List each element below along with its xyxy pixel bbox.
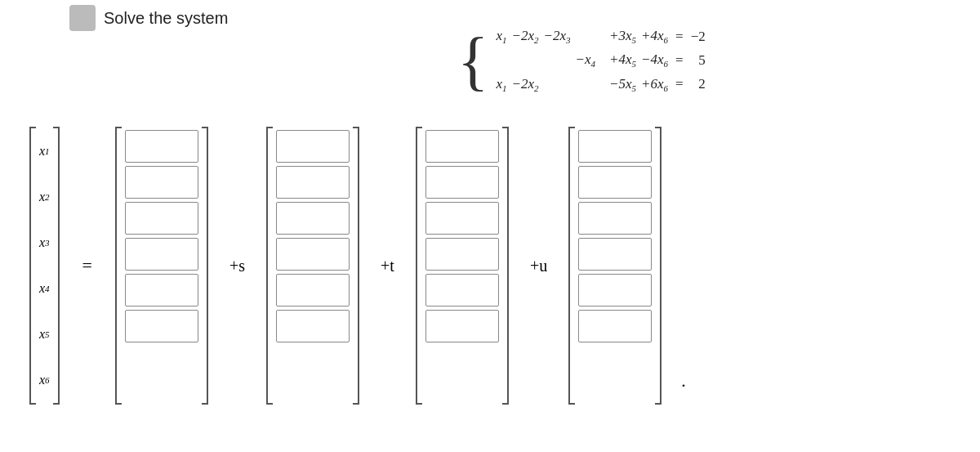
operator-s: +s bbox=[223, 257, 252, 275]
eq1-term4 bbox=[573, 25, 608, 48]
col4-bracket-left bbox=[564, 127, 575, 405]
eq3-blank4 bbox=[573, 73, 608, 96]
matrix-col3-wrap bbox=[411, 127, 514, 405]
main-equals-sign: = bbox=[74, 255, 100, 276]
col2-cell-4[interactable] bbox=[276, 238, 350, 271]
eq2-term4: −x4 bbox=[573, 48, 608, 72]
variable-vector-wrap: x1 x2 x3 x4 x5 x6 bbox=[24, 127, 65, 405]
eq2-blank2 bbox=[509, 48, 541, 72]
col4-cell-5[interactable] bbox=[578, 274, 652, 307]
matrix-col2-cells bbox=[273, 127, 353, 405]
eq1-term2: −2x2 bbox=[509, 25, 541, 48]
eq1-equals: = bbox=[670, 25, 688, 48]
equation-row-2: −x4 +4x5 −4x6 = 5 bbox=[493, 48, 707, 72]
col4-cell-6[interactable] bbox=[578, 310, 652, 342]
eq3-rhs: 2 bbox=[688, 73, 708, 96]
col2-cell-6[interactable] bbox=[276, 310, 350, 342]
col4-cell-3[interactable] bbox=[578, 202, 652, 235]
col2-cell-5[interactable] bbox=[276, 274, 350, 307]
col3-cell-2[interactable] bbox=[425, 166, 499, 199]
matrix-col1-cells bbox=[122, 127, 202, 405]
eq1-term1: x1 bbox=[493, 25, 509, 48]
eq3-term1: x1 bbox=[493, 73, 509, 96]
eq2-blank3 bbox=[541, 48, 572, 72]
col1-cell-1[interactable] bbox=[125, 130, 198, 163]
matrix-col3-cells bbox=[422, 127, 502, 405]
matrix-col4-wrap bbox=[564, 127, 666, 405]
eq3-term5: −5x5 bbox=[607, 73, 639, 96]
eq1-term6: +4x6 bbox=[639, 25, 670, 48]
eq2-term6: −4x6 bbox=[639, 48, 670, 72]
col1-cell-6[interactable] bbox=[125, 310, 198, 342]
equation-row-3: x1 −2x2 −5x5 +6x6 = 2 bbox=[493, 73, 707, 96]
page-title: Solve the system bbox=[104, 9, 228, 28]
col1-cell-2[interactable] bbox=[125, 166, 198, 199]
eq3-term6: +6x6 bbox=[639, 73, 670, 96]
col1-bracket-right bbox=[202, 127, 213, 405]
operator-u: +u bbox=[523, 257, 554, 275]
eq1-term5: +3x5 bbox=[607, 25, 639, 48]
brace-left: { bbox=[457, 28, 488, 93]
var-label-x4: x4 bbox=[39, 272, 50, 305]
eq2-blank1 bbox=[493, 48, 509, 72]
page-title-area: Solve the system bbox=[69, 5, 228, 31]
col4-bracket-right bbox=[655, 127, 666, 405]
var-bracket-right bbox=[53, 127, 65, 405]
col3-bracket-left bbox=[411, 127, 422, 405]
col3-cell-4[interactable] bbox=[425, 238, 499, 271]
eq1-term3: −2x3 bbox=[541, 25, 572, 48]
col2-cell-1[interactable] bbox=[276, 130, 350, 163]
col2-cell-3[interactable] bbox=[276, 202, 350, 235]
col1-cell-3[interactable] bbox=[125, 202, 198, 235]
eq2-rhs: 5 bbox=[688, 48, 708, 72]
eq3-term2: −2x2 bbox=[509, 73, 541, 96]
var-label-x6: x6 bbox=[39, 364, 50, 396]
col3-cell-5[interactable] bbox=[425, 274, 499, 307]
eq1-rhs: −2 bbox=[688, 25, 708, 48]
title-icon bbox=[69, 5, 96, 31]
var-label-x2: x2 bbox=[39, 181, 50, 213]
col3-bracket-right bbox=[502, 127, 514, 405]
col1-cell-4[interactable] bbox=[125, 238, 198, 271]
equations-area: { x1 −2x2 −2x3 +3x5 +4x6 = −2 −x4 +4 bbox=[457, 25, 708, 96]
variable-labels: x1 x2 x3 x4 x5 x6 bbox=[36, 127, 53, 405]
operator-t: +t bbox=[374, 257, 401, 275]
matrix-col2-wrap bbox=[261, 127, 364, 405]
var-bracket-left bbox=[24, 127, 36, 405]
col2-bracket-right bbox=[353, 127, 364, 405]
matrix-col4-cells bbox=[575, 127, 655, 405]
col1-bracket-left bbox=[110, 127, 122, 405]
period: . bbox=[676, 370, 686, 405]
matrix-solution-area: x1 x2 x3 x4 x5 x6 = +s bbox=[24, 127, 686, 405]
col4-cell-2[interactable] bbox=[578, 166, 652, 199]
col3-cell-3[interactable] bbox=[425, 202, 499, 235]
eq2-equals: = bbox=[670, 48, 688, 72]
var-label-x1: x1 bbox=[39, 135, 50, 168]
var-label-x5: x5 bbox=[39, 318, 50, 351]
equations-table: x1 −2x2 −2x3 +3x5 +4x6 = −2 −x4 +4x5 −4x… bbox=[493, 25, 707, 96]
col4-cell-1[interactable] bbox=[578, 130, 652, 163]
equation-row-1: x1 −2x2 −2x3 +3x5 +4x6 = −2 bbox=[493, 25, 707, 48]
col1-cell-5[interactable] bbox=[125, 274, 198, 307]
col3-cell-1[interactable] bbox=[425, 130, 499, 163]
col2-bracket-left bbox=[261, 127, 273, 405]
col3-cell-6[interactable] bbox=[425, 310, 499, 342]
var-label-x3: x3 bbox=[39, 226, 50, 259]
eq3-equals: = bbox=[670, 73, 688, 96]
col2-cell-2[interactable] bbox=[276, 166, 350, 199]
col4-cell-4[interactable] bbox=[578, 238, 652, 271]
eq2-term5: +4x5 bbox=[607, 48, 639, 72]
matrix-col1-wrap bbox=[110, 127, 213, 405]
eq3-blank3 bbox=[541, 73, 572, 96]
